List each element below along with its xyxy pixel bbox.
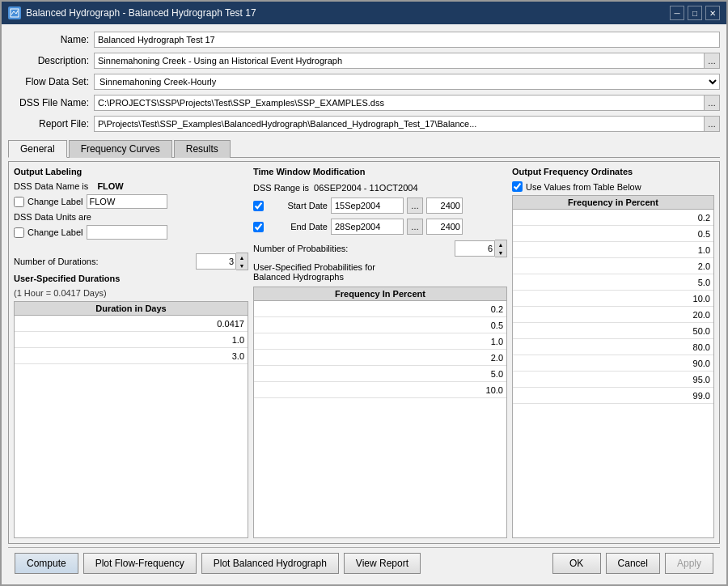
- freq-row-4: [254, 366, 506, 382]
- end-date-time-input[interactable]: [426, 219, 463, 235]
- use-values-checkbox[interactable]: [512, 181, 523, 192]
- dss-data-units-label: DSS Data Units are: [14, 212, 91, 222]
- description-input-wrapper: …: [94, 53, 720, 69]
- description-browse-button[interactable]: …: [704, 53, 720, 69]
- dss-file-browse-button[interactable]: …: [704, 95, 720, 111]
- minimize-button[interactable]: ─: [670, 6, 684, 20]
- duration-input-1[interactable]: [15, 333, 248, 347]
- dss-file-input-wrapper: …: [94, 95, 720, 111]
- duration-table-header: Duration in Days: [15, 302, 248, 316]
- start-date-input[interactable]: [331, 197, 404, 214]
- tab-results[interactable]: Results: [174, 140, 231, 158]
- description-input[interactable]: [94, 53, 704, 69]
- out-freq-row-4: [513, 274, 713, 291]
- freq-input-4[interactable]: [254, 367, 506, 381]
- out-freq-input-4[interactable]: [513, 275, 713, 290]
- duration-row-2: [15, 348, 248, 364]
- plot-balanced-button[interactable]: Plot Balanced Hydrograph: [201, 553, 339, 574]
- time-window-title: Time Window Modification: [253, 167, 507, 176]
- freq-input-5[interactable]: [254, 383, 506, 397]
- tab-frequency-curves[interactable]: Frequency Curves: [69, 140, 172, 158]
- cancel-button[interactable]: Cancel: [606, 553, 660, 574]
- bottom-bar: Compute Plot Flow-Frequency Plot Balance…: [8, 547, 720, 578]
- out-freq-input-7[interactable]: [513, 324, 713, 338]
- num-probabilities-spin-buttons: ▲ ▼: [495, 240, 507, 257]
- change-label-1-input[interactable]: [87, 194, 167, 209]
- bottom-left-buttons: Compute Plot Flow-Frequency Plot Balance…: [15, 553, 421, 574]
- out-freq-input-2[interactable]: [513, 243, 713, 257]
- apply-button[interactable]: Apply: [665, 553, 713, 574]
- name-input[interactable]: [94, 32, 720, 48]
- num-durations-spinner: ▲ ▼: [196, 253, 248, 270]
- num-durations-down[interactable]: ▼: [236, 261, 248, 270]
- dss-file-input[interactable]: [94, 95, 704, 111]
- tab-general[interactable]: General: [8, 140, 67, 158]
- start-date-checkbox[interactable]: [253, 201, 264, 211]
- dss-range-row: DSS Range is 06SEP2004 - 11OCT2004: [253, 183, 507, 193]
- flow-data-set-select[interactable]: Sinnemahoning Creek-Hourly: [94, 74, 720, 90]
- left-panel: Output Labeling DSS Data Name is FLOW Ch…: [14, 167, 248, 538]
- num-prob-down[interactable]: ▼: [495, 248, 506, 257]
- user-specified-durations-title: User-Specified Durations: [14, 274, 248, 283]
- use-values-label: Use Values from Table Below: [526, 182, 641, 192]
- num-durations-row: Number of Durations: ▲ ▼: [14, 253, 248, 270]
- middle-panel: Time Window Modification DSS Range is 06…: [253, 167, 507, 538]
- change-label-1-label: Change Label: [28, 197, 83, 206]
- out-freq-input-11[interactable]: [513, 389, 713, 403]
- change-label-2-input[interactable]: [87, 225, 167, 240]
- out-freq-input-3[interactable]: [513, 259, 713, 274]
- close-button[interactable]: ✕: [705, 6, 720, 20]
- plot-flow-freq-button[interactable]: Plot Flow-Frequency: [83, 553, 197, 574]
- start-date-browse[interactable]: …: [407, 197, 423, 214]
- duration-row-1: [15, 332, 248, 348]
- freq-input-1[interactable]: [254, 318, 506, 333]
- freq-row-1: [254, 317, 506, 333]
- num-durations-input[interactable]: [196, 253, 236, 270]
- num-durations-up[interactable]: ▲: [236, 253, 248, 261]
- title-bar: Balanced Hydrograph - Balanced Hydrograp…: [2, 2, 726, 24]
- svg-rect-0: [11, 9, 19, 17]
- freq-input-0[interactable]: [254, 302, 506, 316]
- change-label-2-checkbox[interactable]: [14, 227, 24, 238]
- end-date-input[interactable]: [331, 219, 404, 235]
- out-freq-row-2: [513, 242, 713, 258]
- out-freq-input-9[interactable]: [513, 356, 713, 371]
- dss-data-units-row: DSS Data Units are: [14, 212, 248, 222]
- description-row: Description: …: [8, 52, 720, 70]
- out-freq-input-0[interactable]: [513, 210, 713, 225]
- report-file-input[interactable]: [94, 116, 704, 132]
- num-probabilities-input[interactable]: [455, 240, 495, 257]
- start-date-time-input[interactable]: [426, 197, 463, 214]
- report-file-browse-button[interactable]: …: [704, 116, 720, 132]
- dss-data-name-label: DSS Data Name is: [14, 181, 88, 191]
- end-date-label: End Date: [267, 222, 328, 231]
- report-file-label: Report File:: [8, 118, 89, 130]
- output-freq-table: Frequency in Percent: [512, 195, 714, 538]
- maximize-button[interactable]: □: [688, 6, 702, 20]
- end-date-browse[interactable]: …: [407, 219, 423, 235]
- compute-button[interactable]: Compute: [15, 553, 78, 574]
- out-freq-input-1[interactable]: [513, 227, 713, 241]
- ok-button[interactable]: OK: [552, 553, 601, 574]
- out-freq-row-1: [513, 226, 713, 242]
- dss-file-row: DSS File Name: …: [8, 94, 720, 112]
- out-freq-input-10[interactable]: [513, 372, 713, 387]
- freq-row-0: [254, 301, 506, 317]
- freq-input-3[interactable]: [254, 350, 506, 365]
- end-date-checkbox[interactable]: [253, 222, 264, 232]
- num-prob-up[interactable]: ▲: [495, 240, 506, 248]
- dss-range-value: 06SEP2004 - 11OCT2004: [314, 183, 417, 193]
- duration-row-0: [15, 316, 248, 332]
- duration-input-0[interactable]: [15, 316, 248, 331]
- change-label-2-label: Change Label: [28, 227, 83, 237]
- duration-input-2[interactable]: [15, 349, 248, 363]
- freq-row-5: [254, 382, 506, 398]
- change-label-1-checkbox[interactable]: [14, 197, 24, 207]
- view-report-button[interactable]: View Report: [344, 553, 421, 574]
- use-values-row: Use Values from Table Below: [512, 181, 714, 192]
- out-freq-row-9: [513, 355, 713, 372]
- out-freq-input-8[interactable]: [513, 340, 713, 355]
- out-freq-input-5[interactable]: [513, 291, 713, 306]
- freq-input-2[interactable]: [254, 334, 506, 349]
- out-freq-input-6[interactable]: [513, 308, 713, 322]
